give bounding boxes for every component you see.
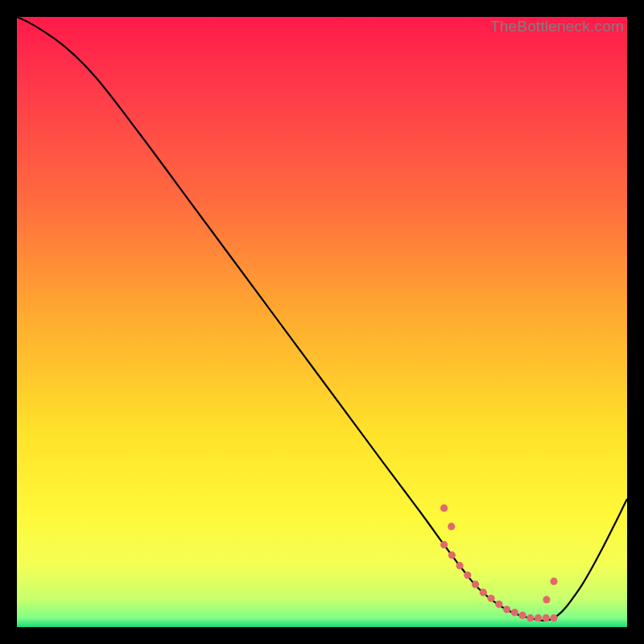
- chart-plot: [17, 17, 627, 627]
- sweet-spot-dot: [464, 572, 471, 579]
- sweet-spot-dot: [448, 522, 455, 530]
- sweet-spot-dot: [550, 614, 557, 621]
- sweet-spot-dot: [526, 614, 534, 621]
- sweet-spot-dot: [480, 588, 487, 596]
- sweet-spot-dot: [448, 551, 456, 559]
- sweet-spot-dot: [472, 580, 479, 588]
- sweet-spot-dot: [511, 609, 518, 616]
- sweet-spot-dot: [440, 541, 448, 548]
- sweet-spot-dot: [535, 614, 542, 621]
- sweet-spot-dot: [518, 612, 526, 619]
- sweet-spot-dot: [543, 614, 550, 621]
- sweet-spot-dot: [456, 562, 463, 569]
- sweet-spot-dot: [495, 601, 502, 608]
- sweet-spot-dot: [487, 595, 494, 602]
- chart-frame: TheBottleneck.com: [17, 17, 627, 627]
- sweet-spot-dot: [543, 596, 550, 603]
- sweet-spot-dot: [440, 505, 448, 512]
- sweet-spot-dot: [550, 578, 557, 585]
- sweet-spot-dot: [503, 605, 510, 613]
- watermark-text: TheBottleneck.com: [490, 18, 624, 35]
- gradient-background: [17, 17, 627, 627]
